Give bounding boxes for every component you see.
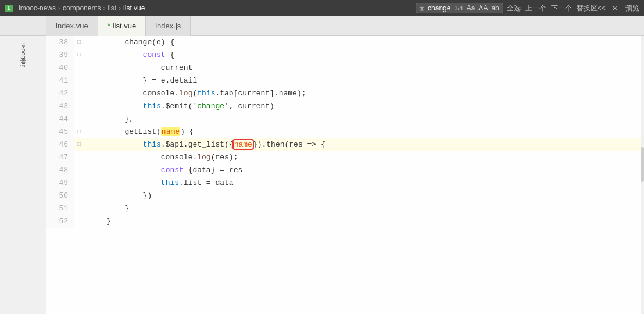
fold-50 [74,190,84,202]
fold-41 [74,74,84,87]
select-all-button[interactable]: 全选 [507,3,521,13]
fold-39[interactable]: □ [74,49,84,62]
line-content-41: } = e.detail [84,74,644,87]
fold-42 [74,87,84,100]
tab-list-vue[interactable]: * list.vue [98,16,146,36]
fold-48 [74,164,84,177]
tab-label-index-vue: index.vue [56,22,88,30]
scrollbar-thumb[interactable] [641,147,644,182]
fold-45[interactable]: □ [74,126,84,138]
line-content-50: }) [84,190,644,202]
breadcrumb-components: components [63,4,101,12]
search-icon: ⧗ [420,5,424,12]
code-editor[interactable]: 38 □ change(e) { 39 □ const { 40 current… [46,36,644,314]
line-number-48: 48 [46,164,74,177]
modified-dot: * [108,22,110,30]
scrollbar[interactable] [641,36,644,314]
regex-toggle[interactable]: ab [491,4,499,12]
tab-index-js[interactable]: index.js [146,16,191,36]
line-number-41: 41 [46,74,74,87]
line-content-39: const { [84,49,644,62]
line-content-44: }, [84,113,644,126]
line-content-51: } [84,202,644,215]
line-content-49: this.list = data [84,177,644,190]
line-number-47: 47 [46,151,74,164]
code-line-38: 38 □ change(e) { [46,36,644,49]
line-number-52: 52 [46,215,74,228]
line-number-46: 46 [46,138,74,151]
fold-40 [74,62,84,74]
tab-label-list-vue: list.vue [113,22,136,30]
line-content-43: this.$emit('change', current) [84,100,644,113]
code-line-47: 47 console.log(res); [46,151,644,164]
code-line-51: 51 } [46,202,644,215]
code-line-49: 49 this.list = data [46,177,644,190]
code-line-48: 48 const {data} = res [46,164,644,177]
tab-label-index-js: index.js [155,22,181,30]
fold-43 [74,100,84,113]
line-content-38: change(e) { [84,36,644,49]
code-line-43: 43 this.$emit('change', current) [46,100,644,113]
line-number-51: 51 [46,202,74,215]
line-number-45: 45 [46,126,74,138]
close-search-button[interactable]: × [613,3,617,13]
code-line-52: 52 } [46,215,644,228]
line-content-42: console.log(this.tab[current].name); [84,87,644,100]
line-number-50: 50 [46,190,74,202]
line-content-52: } [84,215,644,228]
preview-button[interactable]: 预览 [625,3,639,13]
search-bar[interactable]: ⧗ change 3/4 Aa A̲A ab [416,3,503,13]
code-line-41: 41 } = e.detail [46,74,644,87]
prev-match-button[interactable]: 上一个 [525,3,546,13]
line-number-40: 40 [46,62,74,74]
match-count: 3/4 [454,5,463,12]
breadcrumb-current: list.vue [123,4,145,12]
replace-toggle-button[interactable]: 替换区<< [577,3,606,13]
code-line-42: 42 console.log(this.tab[current].name); [46,87,644,100]
line-content-47: console.log(res); [84,151,644,164]
breadcrumb: imooc-news › components › list › list.vu… [19,4,412,12]
line-content-46: this.$api.get_list({name}).then(res => { [84,138,644,151]
search-term: change [428,4,450,12]
line-content-45: getList(name) { [84,126,644,138]
code-line-50: 50 }) [46,190,644,202]
top-bar: I imooc-news › components › list › list.… [0,0,644,16]
logo-badge: I [5,5,13,12]
code-line-46: 46 □ this.$api.get_list({name}).then(res… [46,138,644,151]
fold-44 [74,113,84,126]
tab-index-vue[interactable]: index.vue [46,16,98,36]
next-match-button[interactable]: 下一个 [551,3,572,13]
line-number-38: 38 [46,36,74,49]
tab-bar: index.vue * list.vue index.js [0,16,644,36]
match-case-toggle[interactable]: Aa [467,4,475,12]
line-content-40: current [84,62,644,74]
breadcrumb-list: list [108,4,116,12]
fold-46[interactable]: □ [74,138,84,151]
fold-51 [74,202,84,215]
line-number-44: 44 [46,113,74,126]
line-number-39: 39 [46,49,74,62]
fold-38[interactable]: □ [74,36,84,49]
code-line-45: 45 □ getList(name) { [46,126,644,138]
main-layout: 云:imooc-n 38 □ change(e) { 39 □ const { … [0,36,644,314]
line-content-48: const {data} = res [84,164,644,177]
fold-52 [74,215,84,228]
code-line-40: 40 current [46,62,644,74]
breadcrumb-imooc-news: imooc-news [19,4,56,12]
search-controls: 全选 上一个 下一个 替换区<< × [507,3,617,13]
line-number-43: 43 [46,100,74,113]
sidebar-label: 云:imooc-n [17,41,28,70]
whole-word-toggle[interactable]: A̲A [478,4,488,12]
line-number-49: 49 [46,177,74,190]
line-number-42: 42 [46,87,74,100]
fold-49 [74,177,84,190]
code-line-39: 39 □ const { [46,49,644,62]
code-line-44: 44 }, [46,113,644,126]
sidebar: 云:imooc-n [0,36,46,314]
fold-47 [74,151,84,164]
